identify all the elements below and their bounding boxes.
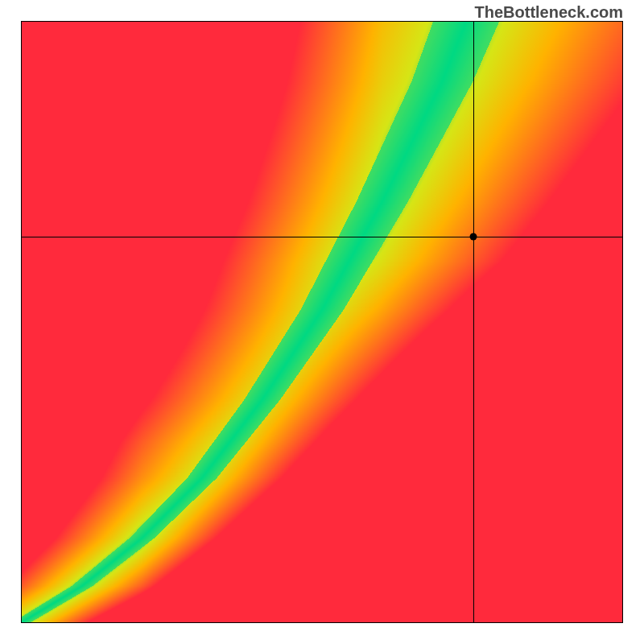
chart-container: TheBottleneck.com bbox=[0, 0, 644, 644]
heatmap-canvas bbox=[22, 22, 622, 622]
selected-point-marker bbox=[469, 233, 477, 241]
crosshair-vertical bbox=[473, 22, 474, 622]
plot-area bbox=[21, 21, 623, 623]
crosshair-horizontal bbox=[22, 237, 622, 237]
watermark-text: TheBottleneck.com bbox=[475, 3, 623, 22]
